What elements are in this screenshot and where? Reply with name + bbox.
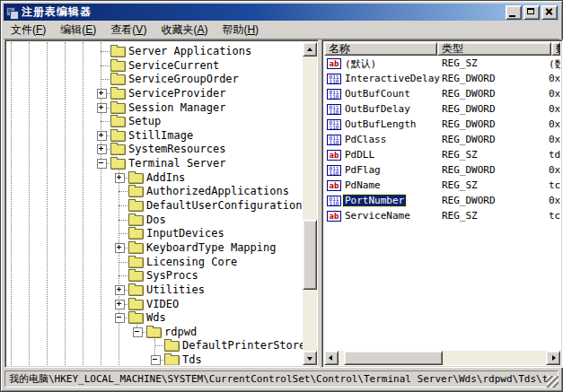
tree-item-licensing-core[interactable]: Licensing Core <box>7 255 303 269</box>
tree-item-systemresources[interactable]: SystemResources <box>7 142 303 156</box>
collapse-box-icon[interactable] <box>97 159 107 169</box>
menu-h[interactable]: 帮助(H) <box>215 21 266 39</box>
tree-item-label: Server Applications <box>128 45 251 57</box>
tree-item-video[interactable]: VIDEO <box>7 297 303 311</box>
value-row-item[interactable]: ab(默认)REG_SZ(数 <box>324 57 560 72</box>
status-path: 我的电脑\HKEY_LOCAL_MACHINE\SYSTEM\CurrentCo… <box>4 370 559 388</box>
expand-box-icon[interactable] <box>97 103 107 113</box>
expand-box-icon[interactable] <box>97 89 107 99</box>
value-name[interactable]: PdName <box>343 179 383 191</box>
column-header-name[interactable]: 名称 <box>324 42 437 56</box>
tree-item-serviceprovider[interactable]: ServiceProvider <box>7 86 303 100</box>
value-type: REG_DWORD <box>442 134 496 145</box>
tree-vertical-scrollbar[interactable] <box>303 42 317 365</box>
folder-icon <box>146 327 162 338</box>
tree-item-label: VIDEO <box>146 298 179 310</box>
folder-icon <box>128 285 144 296</box>
reg-sz-icon: ab <box>327 180 341 191</box>
tree-item-defaultprinterstore[interactable]: DefaultPrinterStore <box>7 338 303 353</box>
tree-item-utilities[interactable]: Utilities <box>7 283 303 297</box>
tree-item-session-manager[interactable]: Session Manager <box>7 100 303 115</box>
tree-item-inputdevices[interactable]: InputDevices <box>7 226 303 240</box>
close-button[interactable] <box>541 5 558 20</box>
horizontal-scroll-thumb[interactable] <box>344 351 443 365</box>
tree-item-label: AuthorizedApplications <box>146 185 289 197</box>
tree-item-setup[interactable]: Setup <box>7 114 303 128</box>
expand-box-icon[interactable] <box>97 144 107 154</box>
scroll-right-button[interactable] <box>546 351 560 365</box>
arrow-left-icon <box>329 355 332 361</box>
value-name[interactable]: OutBufLength <box>343 118 418 130</box>
collapse-box-icon[interactable] <box>133 327 143 337</box>
tree-item-wds[interactable]: Wds <box>7 310 303 325</box>
scroll-left-button[interactable] <box>324 351 339 365</box>
menu-v[interactable]: 查看(V) <box>103 21 154 39</box>
collapse-box-icon[interactable] <box>115 313 125 323</box>
value-name[interactable]: ServiceName <box>343 210 412 222</box>
value-name[interactable]: InteractiveDelay <box>343 73 442 84</box>
arrow-right-icon <box>552 355 556 361</box>
folder-icon <box>128 201 144 212</box>
value-row-servicename[interactable]: abServiceNameREG_SZtc <box>324 209 560 224</box>
reg-sz-icon: ab <box>327 58 341 69</box>
minimize-button[interactable] <box>506 5 522 20</box>
expand-box-icon[interactable] <box>115 243 125 253</box>
tree-item-tds[interactable]: Tds <box>7 353 303 365</box>
maximize-button[interactable] <box>523 5 540 20</box>
value-row-portnumber[interactable]: 011 110PortNumberREG_DWORD0x <box>324 194 560 209</box>
tree-item-label: InputDevices <box>146 227 224 240</box>
value-row-pdname[interactable]: abPdNameREG_SZtc <box>324 179 560 194</box>
tree-item-defaultuserconfiguration[interactable]: DefaultUserConfiguration <box>7 198 303 213</box>
tree-item-dos[interactable]: Dos <box>7 213 303 227</box>
tree-item-label: Terminal Server <box>128 157 225 170</box>
value-name[interactable]: OutBufDelay <box>343 103 412 115</box>
scroll-up-button[interactable] <box>303 42 317 57</box>
tree-item-server-applications[interactable]: Server Applications <box>7 44 303 58</box>
value-row-pdclass[interactable]: 011 110PdClassREG_DWORD0x <box>324 133 560 148</box>
value-row-outbufcount[interactable]: 011 110OutBufCountREG_DWORD0x <box>324 87 560 102</box>
expand-box-icon[interactable] <box>115 173 125 183</box>
arrow-up-icon <box>307 48 312 51</box>
tree-item-servicegrouporder[interactable]: ServiceGroupOrder <box>7 72 303 86</box>
column-header-data[interactable]: 数 <box>551 42 560 56</box>
reg-sz-icon: ab <box>327 150 341 161</box>
expand-box-icon[interactable] <box>115 300 125 309</box>
vertical-scroll-thumb[interactable] <box>303 220 317 290</box>
resize-grip-icon[interactable] <box>547 376 559 388</box>
tree-item-rdpwd[interactable]: rdpwd <box>7 325 303 339</box>
value-name[interactable]: PdDLL <box>343 149 376 161</box>
value-type: REG_SZ <box>442 57 478 69</box>
reg-dword-icon: 011 110 <box>327 119 341 130</box>
value-row-pddll[interactable]: abPdDLLREG_SZtd <box>324 148 560 163</box>
menu-f[interactable]: 文件(F) <box>4 21 53 39</box>
menu-a[interactable]: 收藏夹(A) <box>154 21 215 39</box>
tree-item-addins[interactable]: AddIns <box>7 170 303 185</box>
value-row-outbuflength[interactable]: 011 110OutBufLengthREG_DWORD0x <box>324 118 560 133</box>
status-bar: 我的电脑\HKEY_LOCAL_MACHINE\SYSTEM\CurrentCo… <box>4 369 559 388</box>
value-name[interactable]: OutBufCount <box>343 88 412 100</box>
value-type: REG_DWORD <box>442 88 496 100</box>
value-name[interactable]: PortNumber <box>343 195 406 206</box>
value-name[interactable]: (默认) <box>343 57 378 71</box>
folder-icon <box>110 103 126 114</box>
tree-item-servicecurrent[interactable]: ServiceCurrent <box>7 58 303 73</box>
list-horizontal-scrollbar[interactable] <box>324 351 560 365</box>
tree-item-terminal-server[interactable]: Terminal Server <box>7 156 303 170</box>
collapse-box-icon[interactable] <box>151 355 161 365</box>
scroll-down-button[interactable] <box>303 351 317 365</box>
folder-icon <box>164 341 180 352</box>
expand-box-icon[interactable] <box>115 285 125 295</box>
folder-icon <box>128 300 144 310</box>
menu-e[interactable]: 编辑(E) <box>53 21 103 39</box>
tree-item-sysprocs[interactable]: SysProcs <box>7 268 303 283</box>
value-row-pdflag[interactable]: 011 110PdFlagREG_DWORD0x <box>324 163 560 179</box>
tree-item-authorizedapplications[interactable]: AuthorizedApplications <box>7 184 303 198</box>
value-row-outbufdelay[interactable]: 011 110OutBufDelayREG_DWORD0x <box>324 102 560 118</box>
expand-box-icon[interactable] <box>97 131 107 141</box>
tree-item-keyboardtype-mapping[interactable]: KeyboardType Mapping <box>7 240 303 255</box>
value-name[interactable]: PdClass <box>343 134 388 145</box>
column-header-type[interactable]: 类型 <box>437 42 551 56</box>
value-name[interactable]: PdFlag <box>343 164 383 176</box>
tree-item-stillimage[interactable]: StillImage <box>7 128 303 143</box>
value-row-interactivedelay[interactable]: 011 110InteractiveDelayREG_DWORD0x <box>324 72 560 87</box>
